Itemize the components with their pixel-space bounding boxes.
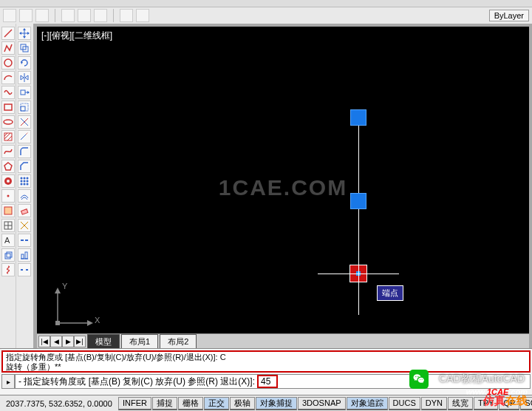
tool-btn[interactable] bbox=[3, 9, 16, 22]
donut-tool[interactable] bbox=[1, 174, 15, 188]
svg-marker-23 bbox=[19, 32, 21, 35]
move-tool[interactable] bbox=[18, 27, 31, 40]
tool-btn[interactable] bbox=[61, 9, 75, 22]
svg-line-39 bbox=[26, 132, 28, 135]
svg-rect-17 bbox=[5, 254, 10, 259]
svg-line-52 bbox=[21, 225, 24, 229]
canvas-container: [-][俯视][二维线框] 1CAE.COM 端点 Y X |◀◀▶▶| 模型 bbox=[34, 24, 532, 348]
table-tool[interactable] bbox=[1, 219, 15, 232]
layout-tab[interactable]: 布局1 bbox=[121, 334, 158, 349]
status-toggle-正交[interactable]: 正交 bbox=[204, 397, 229, 410]
tool-btn[interactable] bbox=[35, 9, 49, 22]
fillet-tool[interactable] bbox=[18, 145, 31, 158]
arc-tool[interactable] bbox=[1, 71, 15, 84]
tool-btn[interactable] bbox=[120, 9, 133, 22]
point-tool[interactable] bbox=[1, 189, 15, 203]
svg-rect-49 bbox=[21, 209, 28, 214]
status-toggle-对象捕捉[interactable]: 对象捕捉 bbox=[256, 397, 297, 410]
svg-rect-2 bbox=[4, 104, 12, 110]
svg-rect-65 bbox=[55, 321, 60, 325]
tab-nav-button[interactable]: |◀ bbox=[38, 336, 50, 347]
geometry-square[interactable] bbox=[350, 109, 366, 126]
status-toggle-对象追踪[interactable]: 对象追踪 bbox=[347, 397, 388, 410]
tool-btn[interactable] bbox=[136, 9, 149, 22]
status-toggle-ducs[interactable]: DUCS bbox=[389, 397, 420, 410]
command-prompt: - 指定旋转角度或 [基点(B) 复制(C) 放弃(U) 参照(R) 退出(X)… bbox=[18, 376, 255, 388]
mtext-tool[interactable]: A bbox=[1, 234, 15, 247]
command-input-value[interactable]: 45 bbox=[257, 375, 278, 388]
svg-marker-24 bbox=[27, 32, 30, 35]
tab-nav-button[interactable]: ▶ bbox=[62, 336, 74, 347]
erase-tool[interactable] bbox=[18, 204, 31, 217]
layout-tab[interactable]: 模型 bbox=[87, 334, 120, 349]
tab-nav-button[interactable]: ▶| bbox=[74, 336, 86, 347]
line-tool[interactable] bbox=[1, 27, 15, 40]
mirror-tool[interactable] bbox=[18, 71, 31, 84]
svg-point-43 bbox=[21, 180, 23, 183]
status-toggle-捕捉[interactable]: 捕捉 bbox=[152, 397, 177, 410]
layout-tab-bar: |◀◀▶▶| 模型布局1布局2 bbox=[37, 333, 529, 348]
helix-tool[interactable] bbox=[1, 263, 15, 276]
svg-point-45 bbox=[27, 180, 29, 183]
svg-marker-62 bbox=[55, 288, 61, 293]
ellipse-tool[interactable] bbox=[1, 115, 15, 129]
status-toggle-线宽[interactable]: 线宽 bbox=[448, 397, 473, 410]
rev-tool[interactable] bbox=[1, 86, 15, 99]
secondary-toolbar: ByLayer bbox=[0, 7, 532, 24]
tab-nav-button[interactable]: ◀ bbox=[50, 336, 62, 347]
svg-point-11 bbox=[7, 195, 9, 197]
polygon-tool[interactable] bbox=[1, 160, 15, 173]
status-toggle-栅格[interactable]: 栅格 bbox=[178, 397, 203, 410]
geometry-square[interactable] bbox=[350, 193, 366, 209]
svg-marker-30 bbox=[25, 75, 28, 80]
break-tool[interactable] bbox=[18, 263, 31, 276]
tool-btn[interactable] bbox=[19, 9, 33, 22]
status-toggle-极轴[interactable]: 极轴 bbox=[230, 397, 255, 410]
status-toggle-3dosnap[interactable]: 3DOSNAP bbox=[298, 397, 346, 410]
3dsolid-tool[interactable] bbox=[1, 248, 15, 262]
tool-btn[interactable] bbox=[78, 9, 91, 22]
drawing-canvas[interactable]: [-][俯视][二维线框] 1CAE.COM 端点 Y X |◀◀▶▶| 模型 bbox=[37, 27, 529, 348]
status-toggle-infer[interactable]: INFER bbox=[118, 397, 151, 410]
command-history[interactable]: 指定旋转角度或 [基点(B)/复制(C)/放弃(U)/参照(R)/退出(X)]:… bbox=[1, 350, 531, 373]
trim-tool[interactable] bbox=[18, 115, 31, 129]
explode-tool[interactable] bbox=[18, 219, 31, 232]
join-tool[interactable] bbox=[18, 234, 31, 247]
circle-tool[interactable] bbox=[1, 56, 15, 69]
stretch-tool[interactable] bbox=[18, 86, 31, 99]
tool-btn[interactable] bbox=[94, 9, 107, 22]
chamfer-tool[interactable] bbox=[18, 160, 31, 173]
svg-rect-58 bbox=[25, 252, 27, 259]
svg-line-51 bbox=[24, 222, 28, 225]
region-tool[interactable] bbox=[1, 204, 15, 217]
svg-rect-35 bbox=[21, 103, 28, 111]
offset-tool[interactable] bbox=[18, 189, 31, 203]
align-tool[interactable] bbox=[18, 248, 31, 262]
view-label[interactable]: [-][俯视][二维线框] bbox=[41, 30, 112, 42]
svg-point-41 bbox=[24, 177, 26, 180]
extend-tool[interactable] bbox=[18, 130, 31, 143]
hatch-tool[interactable] bbox=[1, 130, 15, 143]
copy-tool[interactable] bbox=[18, 41, 31, 55]
spline-tool[interactable] bbox=[1, 145, 15, 158]
svg-line-38 bbox=[21, 135, 26, 140]
crosshair-v bbox=[358, 234, 359, 315]
overlay-brand: 仿真在线 bbox=[483, 394, 528, 408]
ucs-icon: Y X bbox=[52, 285, 96, 330]
array-tool[interactable] bbox=[18, 174, 31, 188]
scale-tool[interactable] bbox=[18, 101, 31, 114]
svg-point-42 bbox=[27, 177, 29, 180]
status-bar: 2037.7375, 532.6352, 0.0000 INFER捕捉栅格正交极… bbox=[0, 395, 532, 411]
layout-tab[interactable]: 布局2 bbox=[160, 334, 197, 349]
pline-tool[interactable] bbox=[1, 41, 15, 55]
command-history-line: 旋转（多重）** bbox=[6, 362, 526, 372]
command-history-line: 指定旋转角度或 [基点(B)/复制(C)/放弃(U)/参照(R)/退出(X)]:… bbox=[6, 353, 526, 362]
command-toggle-icon[interactable]: ▸ bbox=[1, 374, 15, 389]
bylayer-dropdown[interactable]: ByLayer bbox=[489, 10, 529, 21]
rotate-tool[interactable] bbox=[18, 56, 31, 69]
coordinates-display[interactable]: 2037.7375, 532.6352, 0.0000 bbox=[0, 399, 118, 408]
svg-line-7 bbox=[7, 136, 12, 140]
rect-tool[interactable] bbox=[1, 101, 15, 114]
status-toggle-dyn[interactable]: DYN bbox=[421, 397, 447, 410]
svg-point-46 bbox=[21, 183, 23, 186]
